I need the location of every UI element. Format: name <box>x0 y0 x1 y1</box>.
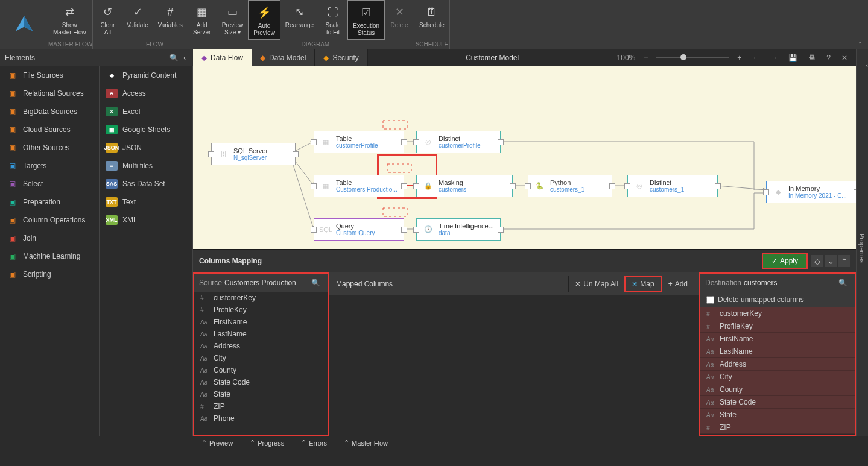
source-col-state-code[interactable]: AaState Code <box>194 376 328 388</box>
element-category-join[interactable]: ▣Join <box>0 229 99 247</box>
tab-security[interactable]: ◆Security <box>315 49 367 66</box>
element-category-column-operations[interactable]: ▣Column Operations <box>0 211 99 229</box>
node-sqlserver[interactable]: 🗄SQL ServerN_sqlServer <box>211 143 296 165</box>
element-category-file-sources[interactable]: ▣File Sources <box>0 66 99 84</box>
dest-col-firstname[interactable]: AaFirstName <box>700 333 855 345</box>
output-port[interactable] <box>498 139 504 145</box>
output-port[interactable] <box>293 151 299 157</box>
ribbon-execution-status-button[interactable]: ☑ExecutionStatus <box>347 0 385 40</box>
source-col-city[interactable]: AaCity <box>194 352 328 364</box>
ribbon-show-master-flow-button[interactable]: ⇄ShowMaster Flow <box>48 0 90 40</box>
source-pyramid-content[interactable]: ◆Pyramid Content <box>100 66 192 84</box>
tab-data-flow[interactable]: ◆Data Flow <box>193 49 252 66</box>
search-icon[interactable]: 🔍 <box>167 52 181 63</box>
output-port[interactable] <box>401 139 407 145</box>
output-port[interactable] <box>401 183 407 189</box>
element-category-machine-learning[interactable]: ▣Machine Learning <box>0 247 99 265</box>
delete-unmapped-checkbox[interactable] <box>706 296 714 304</box>
node-python[interactable]: 🐍Pythoncustomers_1 <box>528 175 612 197</box>
source-text[interactable]: TXTText <box>100 193 192 211</box>
close-icon[interactable]: ✕ <box>839 52 850 63</box>
delete-unmapped-row[interactable]: Delete unmapped columns <box>700 292 855 307</box>
node-query[interactable]: SQLQueryCustom Query <box>314 218 404 241</box>
node-distinct2[interactable]: ◎Distinctcustomers_1 <box>627 175 718 197</box>
ribbon-expand-icon[interactable]: ⌃ <box>852 0 868 49</box>
input-port[interactable] <box>525 183 531 189</box>
source-access[interactable]: AAccess <box>100 84 192 102</box>
output-port[interactable] <box>609 183 615 189</box>
search-icon[interactable]: 🔍 <box>309 277 323 288</box>
source-xml[interactable]: XMLXML <box>100 211 192 229</box>
input-port[interactable] <box>311 139 317 145</box>
ribbon-variables-button[interactable]: #Variables <box>153 0 188 40</box>
node-table2[interactable]: ▦TableCustomers Productio... <box>314 175 404 197</box>
input-port[interactable] <box>311 227 317 233</box>
nav-fwd-icon[interactable]: → <box>768 52 780 63</box>
source-excel[interactable]: XExcel <box>100 102 192 121</box>
element-category-other-sources[interactable]: ▣Other Sources <box>0 139 99 157</box>
element-category-targets[interactable]: ▣Targets <box>0 157 99 175</box>
input-port[interactable] <box>413 139 419 145</box>
source-col-state[interactable]: AaState <box>194 388 328 400</box>
input-port[interactable] <box>624 183 630 189</box>
dest-col-lastname[interactable]: AaLastName <box>700 345 855 358</box>
source-col-county[interactable]: AaCounty <box>194 364 328 376</box>
source-col-lastname[interactable]: AaLastName <box>194 328 328 340</box>
bottom-tab-master-flow[interactable]: ⌃Master Flow <box>335 436 396 449</box>
dest-col-customerkey[interactable]: #customerKey <box>700 307 855 320</box>
source-col-zip[interactable]: #ZIP <box>194 400 328 412</box>
bottom-tab-progress[interactable]: ⌃Progress <box>241 436 293 449</box>
output-port[interactable] <box>401 227 407 233</box>
collapse-left-icon[interactable]: ‹ <box>181 52 188 63</box>
map-button[interactable]: ⤨ Map <box>624 276 661 292</box>
diagram-canvas[interactable]: 🗄SQL ServerN_sqlServer▦TablecustomerProf… <box>193 66 856 249</box>
dest-col-state-code[interactable]: AaState Code <box>700 396 855 409</box>
node-timeint[interactable]: 🕓Time Intelligence...data <box>416 218 501 241</box>
dest-col-zip[interactable]: #ZIP <box>700 421 855 434</box>
dest-col-city[interactable]: AaCity <box>700 371 855 383</box>
element-category-scripting[interactable]: ▣Scripting <box>0 265 99 283</box>
input-port[interactable] <box>311 183 317 189</box>
source-col-customerkey[interactable]: #customerKey <box>194 292 328 304</box>
source-json[interactable]: JSONJSON <box>100 139 192 157</box>
source-sas-data-set[interactable]: SASSas Data Set <box>100 175 192 193</box>
help-icon[interactable]: ? <box>824 52 833 63</box>
output-port[interactable] <box>510 183 516 189</box>
element-category-preparation[interactable]: ▣Preparation <box>0 193 99 211</box>
dest-col-state[interactable]: AaState <box>700 409 855 421</box>
nav-up-icon[interactable]: ⌃ <box>838 255 850 267</box>
search-icon[interactable]: 🔍 <box>836 277 850 288</box>
ribbon-clear-all-button[interactable]: ↺ClearAll <box>93 0 122 40</box>
unmap-all-button[interactable]: ✕ Un Map All <box>568 276 624 292</box>
source-col-address[interactable]: AaAddress <box>194 340 328 352</box>
dest-col-county[interactable]: AaCounty <box>700 383 855 396</box>
source-col-profilekey[interactable]: #ProfileKey <box>194 304 328 316</box>
add-button[interactable]: + Add <box>662 276 694 292</box>
node-distinct1[interactable]: ◎DistinctcustomerProfile <box>416 131 501 153</box>
source-col-phone[interactable]: AaPhone <box>194 412 328 424</box>
bottom-tab-errors[interactable]: ⌃Errors <box>293 436 335 449</box>
apply-button[interactable]: ✓ Apply <box>762 253 808 269</box>
dest-col-profilekey[interactable]: #ProfileKey <box>700 320 855 333</box>
element-category-cloud-sources[interactable]: ▣Cloud Sources <box>0 121 99 139</box>
input-port[interactable] <box>413 227 419 233</box>
print-icon[interactable]: 🖶 <box>806 52 818 63</box>
nav-back-icon[interactable]: ← <box>750 52 762 63</box>
input-port[interactable] <box>763 189 769 195</box>
ribbon-add-server-button[interactable]: ▦AddServer <box>188 0 217 40</box>
node-inmemory[interactable]: ◆In MemoryIn Memory 2021 - C... <box>766 181 856 203</box>
dest-col-address[interactable]: AaAddress <box>700 358 855 371</box>
input-port[interactable] <box>413 183 419 189</box>
node-table1[interactable]: ▦TablecustomerProfile <box>314 131 404 153</box>
save-icon[interactable]: 💾 <box>786 52 800 63</box>
element-category-relational-sources[interactable]: ▣Relational Sources <box>0 84 99 102</box>
element-category-bigdata-sources[interactable]: ▣BigData Sources <box>0 102 99 121</box>
output-port[interactable] <box>715 183 721 189</box>
output-port[interactable] <box>498 227 504 233</box>
source-col-firstname[interactable]: AaFirstName <box>194 316 328 328</box>
ribbon-schedule-button[interactable]: 🗓Schedule <box>414 0 449 40</box>
output-port[interactable] <box>854 189 856 195</box>
properties-panel-collapsed[interactable]: ‹ Properties <box>856 49 868 436</box>
ribbon-delete-button[interactable]: ✕Delete <box>385 0 414 40</box>
zoom-in-icon[interactable]: + <box>735 52 744 63</box>
